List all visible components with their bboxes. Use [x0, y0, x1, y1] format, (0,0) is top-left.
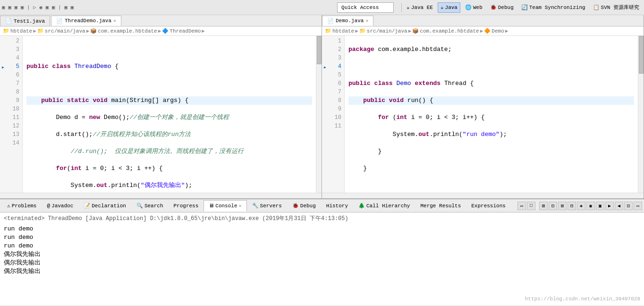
- tab-progress[interactable]: Progress: [169, 200, 204, 212]
- toolbar-icons: ▣ ▣ ▣ ▣ | ▷ ◉ ▣ ▣ | ▣ ▣: [2, 4, 74, 10]
- servers-icon: 🔧: [252, 203, 259, 209]
- tab-merge-results[interactable]: Merge Results: [415, 200, 466, 212]
- left-code-content[interactable]: public class ThreadDemo { public static …: [23, 36, 316, 193]
- console-controls: ▭ □ ⊠ ⊡ ⊠ ⊟ ◈ ◉ ▣ ▶ ◀ ⊡ ▭: [517, 202, 644, 210]
- left-tab-bar: 📄 Test1.java 📄 ThreadDemo.java ✕: [0, 15, 322, 26]
- breadcrumb-icon4: 🔷: [162, 28, 169, 34]
- console-line-6: 偶尔我先输出: [4, 267, 640, 276]
- code-line: //d.run(); 仅仅是对象调用方法。而线程创建了，没有运行: [26, 147, 312, 156]
- tab-test1[interactable]: 📄 Test1.java: [0, 16, 50, 26]
- minimize-btn[interactable]: ▭: [517, 202, 526, 210]
- right-editor-pane: 📄 Demo.java ✕ 📁 hbtdate ▶ 📁 src/main/jav…: [322, 15, 644, 198]
- problems-icon: ⚠: [7, 203, 10, 209]
- ctrl11[interactable]: ▭: [634, 202, 642, 210]
- right-code-area: 1 2 3 4▶ 5 6 7 8 9 10 11 package com.exa…: [322, 36, 644, 193]
- ctrl7[interactable]: ▣: [596, 202, 604, 210]
- tab-javadoc[interactable]: @ Javadoc: [42, 200, 78, 212]
- console-line-2: run demo: [4, 233, 640, 242]
- tab-close-threaddemo[interactable]: ✕: [113, 18, 116, 24]
- code-line: public static void main(String[] args) {: [26, 96, 312, 105]
- breadcrumb-icon3: 📦: [412, 28, 419, 34]
- tab-console[interactable]: 🖥 Console ✕: [203, 200, 246, 212]
- console-line-4: 偶尔我先输出: [4, 250, 640, 259]
- ctrl8[interactable]: ▶: [605, 202, 614, 210]
- tab-history[interactable]: History: [321, 200, 353, 212]
- right-breakpoint-gutter: [322, 36, 328, 193]
- ctrl5[interactable]: ◈: [577, 202, 585, 210]
- code-line: [348, 62, 634, 71]
- bottom-tab-bar: ⚠ Problems @ Javadoc 📝 Declaration 🔍 Sea…: [0, 199, 644, 212]
- tab-demo[interactable]: 📄 Demo.java ✕: [322, 16, 373, 26]
- watermark: https://blog.csdn.net/weixin_39497028: [525, 295, 640, 303]
- right-scrollbar-thumb[interactable]: [639, 36, 644, 74]
- tab-call-hierarchy[interactable]: 🌲 Call Hierarchy: [353, 200, 415, 212]
- ctrl9[interactable]: ◀: [615, 202, 623, 210]
- perspective-team-sync[interactable]: 🔄 Team Synchronizing: [518, 3, 588, 11]
- bottom-panel: ⚠ Problems @ Javadoc 📝 Declaration 🔍 Sea…: [0, 199, 644, 305]
- perspective-svn[interactable]: 📋 SVN 资源库研究: [590, 3, 642, 12]
- tab-close-console[interactable]: ✕: [239, 203, 242, 209]
- ctrl3[interactable]: ⊠: [558, 202, 567, 210]
- breadcrumb-icon4: 🔶: [484, 28, 491, 34]
- right-breadcrumb: 📁 hbtdate ▶ 📁 src/main/java ▶ 📦 com.exam…: [322, 26, 644, 36]
- toolbar: ▣ ▣ ▣ ▣ | ▷ ◉ ▣ ▣ | ▣ ▣ Quick Access ☕ J…: [0, 0, 644, 15]
- code-line: [26, 45, 312, 54]
- right-tab-bar: 📄 Demo.java ✕: [322, 15, 644, 26]
- perspective-java[interactable]: ☕ Java: [438, 2, 460, 13]
- right-code-content[interactable]: package com.example.hbtdate; public clas…: [345, 36, 638, 193]
- console-line-3: run demo: [4, 242, 640, 250]
- file-icon-demo: 📄: [327, 18, 334, 24]
- ctrl4[interactable]: ⊟: [568, 202, 576, 210]
- call-hierarchy-icon: 🌲: [358, 203, 365, 209]
- ctrl6[interactable]: ◉: [586, 202, 595, 210]
- file-icon: 📄: [5, 18, 12, 24]
- right-hscrollbar[interactable]: [322, 193, 644, 198]
- perspective-debug[interactable]: 🐞 Debug: [487, 3, 517, 11]
- perspective-java-ee[interactable]: ☕ Java EE: [404, 3, 436, 11]
- left-breakpoint-gutter: [0, 36, 6, 193]
- code-line: package com.example.hbtdate;: [348, 45, 634, 54]
- file-icon-active: 📄: [56, 18, 63, 24]
- left-editor-pane: 📄 Test1.java 📄 ThreadDemo.java ✕ 📁 hbtda…: [0, 15, 322, 198]
- debug-icon2: 🐞: [292, 203, 299, 209]
- breadcrumb-icon: 📁: [325, 28, 331, 34]
- declaration-icon: 📝: [84, 203, 90, 209]
- quick-access-input[interactable]: Quick Access: [337, 2, 394, 13]
- ctrl2[interactable]: ⊡: [549, 202, 557, 210]
- perspective-web[interactable]: 🌐 Web: [462, 3, 485, 11]
- tab-search[interactable]: 🔍 Search: [131, 200, 169, 212]
- code-line: for (int i = 0; i < 3; i++) {: [348, 113, 634, 122]
- breadcrumb-icon3: 📦: [90, 28, 97, 34]
- tab-servers[interactable]: 🔧 Servers: [247, 200, 287, 212]
- right-scrollbar[interactable]: [638, 36, 644, 193]
- tab-debug[interactable]: 🐞 Debug: [287, 200, 321, 212]
- tab-close-demo[interactable]: ✕: [365, 18, 368, 24]
- left-scrollbar-thumb[interactable]: [317, 36, 322, 64]
- console-line-1: run demo: [4, 225, 640, 233]
- debug-icon: 🐞: [490, 4, 497, 10]
- java-icon: ☕: [441, 4, 444, 10]
- tab-threaddemo[interactable]: 📄 ThreadDemo.java ✕: [51, 16, 121, 26]
- svn-icon: 📋: [593, 4, 600, 10]
- breadcrumb-icon: 📁: [3, 28, 9, 34]
- right-line-numbers: 1 2 3 4▶ 5 6 7 8 9 10 11: [328, 36, 345, 193]
- web-icon: 🌐: [465, 4, 472, 10]
- console-content: <terminated> ThreadDemo [Java Applicatio…: [0, 212, 644, 305]
- quick-access-label: Quick Access: [341, 5, 379, 10]
- left-scrollbar[interactable]: [316, 36, 322, 193]
- left-breadcrumb: 📁 hbtdate ▶ 📁 src/main/java ▶ 📦 com.exam…: [0, 26, 322, 36]
- maximize-btn[interactable]: □: [527, 202, 535, 210]
- tab-expressions[interactable]: Expressions: [466, 200, 511, 212]
- javadoc-icon: @: [47, 203, 50, 209]
- perspective-separator: [401, 3, 402, 12]
- tab-declaration[interactable]: 📝 Declaration: [78, 200, 131, 212]
- breadcrumb-icon2: 📁: [37, 28, 44, 34]
- code-line: d.start();//开启线程并知心该线程的run方法: [26, 130, 312, 139]
- ctrl1[interactable]: ⊠: [539, 202, 548, 210]
- left-hscrollbar[interactable]: [0, 193, 322, 198]
- left-line-numbers: 2 3 4 5▶ 6 7 8 9 10 11 12 13 14: [6, 36, 23, 193]
- tab-problems[interactable]: ⚠ Problems: [2, 200, 42, 212]
- code-line: }: [348, 164, 634, 173]
- ctrl10[interactable]: ⊡: [624, 202, 633, 210]
- breadcrumb-icon2: 📁: [359, 28, 366, 34]
